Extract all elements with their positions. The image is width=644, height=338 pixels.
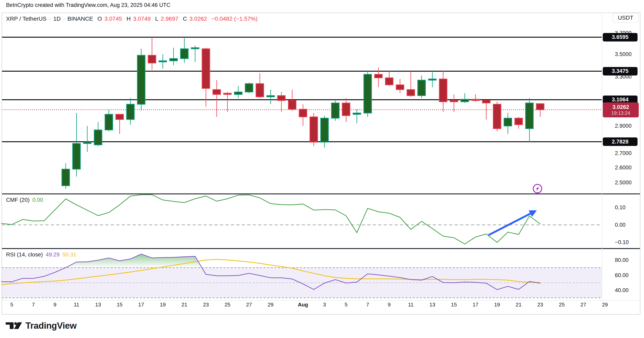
cmf-tick-label: 0.00	[615, 222, 626, 228]
last-price-value: 3.0262	[612, 104, 629, 110]
timeframe-label: 1D	[53, 15, 61, 22]
open-value: 3.0745	[104, 15, 122, 22]
cmf-name: CMF (20)	[6, 197, 30, 203]
tradingview-logo[interactable]: TradingView	[6, 320, 76, 331]
low-value: 2.9697	[161, 15, 178, 22]
rsi-value: 49.29	[46, 251, 60, 258]
x-axis-label: 7	[24, 301, 42, 308]
price-tick-label: 2.7000	[615, 150, 632, 156]
price-level-badge[interactable]: 2.7828	[603, 137, 638, 146]
x-axis-label: 21	[510, 301, 528, 308]
separator-dot: ·	[63, 15, 65, 22]
currency-toggle-button[interactable]: USDT	[612, 13, 639, 23]
rsi-tick-label: 40.00	[615, 287, 629, 293]
last-price-badge[interactable]: 3.026219:13:24	[603, 102, 639, 117]
price-tick-label: 2.5000	[615, 179, 632, 186]
cmf-tick-label: 0.10	[615, 204, 626, 211]
x-axis-label: 27	[574, 301, 592, 308]
rsi-tick-label: 60.00	[615, 272, 629, 278]
x-axis-label: 9	[380, 301, 398, 308]
x-axis-label: 5	[3, 301, 21, 308]
close-value: 3.0262	[190, 15, 207, 22]
x-axis-label: 23	[531, 301, 550, 308]
x-axis-label: 17	[466, 301, 484, 308]
rsi-tick-label: 80.00	[615, 257, 629, 263]
exchange-label: BINANCE	[68, 15, 93, 22]
x-axis-label: 23	[197, 301, 215, 308]
tradingview-logo-text: TradingView	[26, 320, 76, 331]
change-value: −0.0482 (−1.57%)	[212, 15, 258, 22]
price-tick-label: 2.6000	[615, 164, 632, 171]
chart-widget-border	[2, 13, 640, 314]
x-axis-label: 15	[110, 301, 129, 308]
x-axis-label: 19	[154, 301, 172, 308]
bar-countdown: 19:13:24	[611, 110, 630, 116]
x-axis-label: 11	[67, 301, 86, 308]
cmf-value: 0.00	[32, 197, 43, 203]
price-tick-label: 2.9000	[615, 123, 632, 129]
close-label: C	[183, 15, 187, 22]
x-axis-label: 21	[175, 301, 194, 308]
cmf-indicator-legend[interactable]: CMF (20) 0.00	[6, 197, 43, 203]
x-axis-label: Aug	[294, 301, 312, 308]
symbol-row: XRP / TetherUS · 1D · BINANCE O3.0745 H3…	[6, 15, 258, 22]
x-axis-label: 17	[132, 301, 150, 308]
x-axis-label: 11	[402, 301, 420, 308]
x-axis-label: 29	[262, 301, 280, 308]
x-axis-label: 29	[596, 301, 614, 308]
tradingview-logo-icon	[6, 322, 22, 329]
cmf-tick-label: −0.10	[615, 239, 629, 246]
x-axis-label: 25	[553, 301, 571, 308]
x-axis-label: 13	[423, 301, 442, 308]
x-axis-label: 25	[218, 301, 236, 308]
x-axis-label: 9	[46, 301, 64, 308]
open-label: O	[98, 15, 102, 22]
price-level-badge[interactable]: 3.6595	[603, 33, 638, 42]
x-axis-label: 3	[316, 301, 334, 308]
rsi-ma-value: 50.31	[62, 251, 76, 258]
rsi-indicator-legend[interactable]: RSI (14, close) 49.29 50.31	[6, 251, 76, 258]
x-axis-label: 7	[358, 301, 377, 308]
x-axis-label: 19	[488, 301, 506, 308]
x-axis-label: 13	[89, 301, 107, 308]
price-level-badge[interactable]: 3.3475	[603, 67, 638, 76]
rsi-name: RSI (14, close)	[6, 251, 43, 258]
low-label: L	[155, 15, 158, 22]
symbol-title: XRP / TetherUS	[6, 15, 46, 22]
x-axis-label: 15	[445, 301, 463, 308]
separator-dot: ·	[49, 15, 51, 22]
high-label: H	[126, 15, 131, 22]
high-value: 3.0749	[133, 15, 150, 22]
price-tick-label: 3.5000	[615, 51, 632, 58]
x-axis-label: 27	[240, 301, 258, 308]
x-axis-label: 5	[337, 301, 355, 308]
